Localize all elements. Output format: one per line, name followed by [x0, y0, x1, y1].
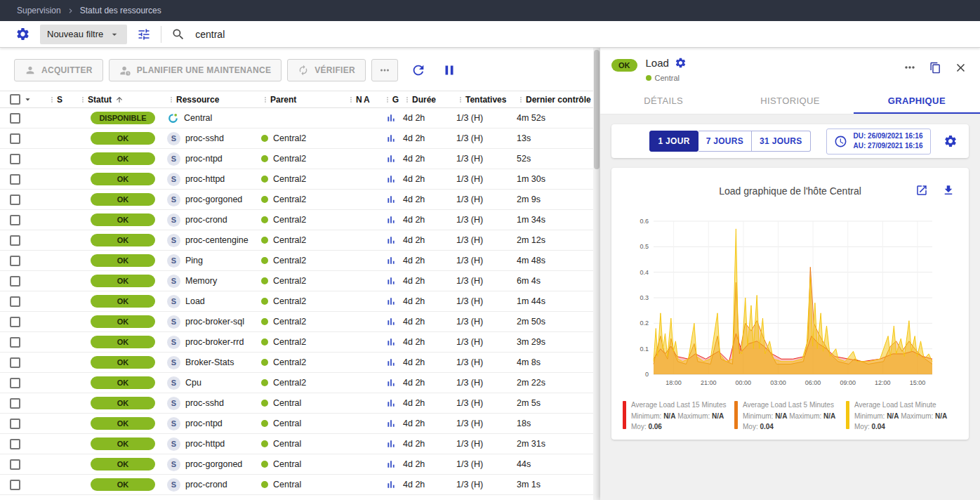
table-row[interactable]: OK S Broker-Stats Central2	[0, 353, 593, 373]
drag-handle-icon[interactable]	[347, 96, 355, 104]
row-checkbox[interactable]	[10, 174, 20, 185]
table-row[interactable]: OK S Memory Central2	[0, 271, 593, 291]
copy-link-icon[interactable]	[929, 62, 941, 74]
row-checkbox[interactable]	[10, 480, 20, 490]
more-actions-button[interactable]	[371, 59, 398, 81]
table-row[interactable]: OK S proc-crond Central	[0, 475, 593, 495]
row-checkbox[interactable]	[10, 296, 20, 307]
tab-details[interactable]: DÉTAILS	[600, 86, 727, 114]
graph-icon[interactable]	[385, 397, 397, 409]
acknowledge-button[interactable]: ACQUITTER	[14, 59, 103, 81]
row-checkbox[interactable]	[10, 419, 20, 429]
advanced-filters-icon[interactable]	[137, 27, 151, 41]
graph-icon[interactable]	[385, 296, 397, 307]
row-checkbox[interactable]	[10, 276, 20, 287]
graph-icon[interactable]	[385, 316, 397, 327]
graph-icon[interactable]	[385, 235, 397, 246]
row-checkbox[interactable]	[10, 195, 20, 205]
column-header-duration[interactable]: Durée	[403, 95, 456, 105]
column-header-status[interactable]: Statut	[79, 95, 167, 105]
drag-handle-icon[interactable]	[261, 96, 270, 104]
legend-item[interactable]: Average Load Last 15 MinutesMinimum: N/A…	[623, 400, 734, 433]
row-checkbox[interactable]	[10, 439, 20, 449]
table-row[interactable]: OK S proc-centengine Central2	[0, 230, 593, 251]
row-checkbox[interactable]	[10, 337, 20, 348]
column-header-tries[interactable]: Tentatives	[456, 95, 517, 105]
breadcrumb-section[interactable]: Supervision	[17, 6, 61, 15]
set-downtime-button[interactable]: PLANIFIER UNE MAINTENANCE	[109, 59, 282, 81]
drag-handle-icon[interactable]	[517, 96, 525, 104]
resource-settings-gear-icon[interactable]	[675, 57, 687, 69]
table-row[interactable]: OK S proc-sshd Central	[0, 393, 593, 414]
row-checkbox[interactable]	[10, 256, 20, 266]
date-range-picker[interactable]: DU: 26/09/2021 16:16 AU: 27/09/2021 16:1…	[826, 129, 931, 154]
table-row[interactable]: OK S proc-ntpd Central	[0, 414, 593, 434]
pause-autorefresh-button[interactable]	[439, 60, 460, 81]
filter-preset-dropdown[interactable]: Nouveau filtre	[40, 25, 127, 44]
graph-icon[interactable]	[385, 357, 397, 368]
search-input[interactable]	[195, 29, 490, 40]
column-header-last-check[interactable]: Dernier contrôle	[517, 95, 593, 105]
graph-icon[interactable]	[385, 255, 397, 266]
row-checkbox[interactable]	[10, 154, 20, 164]
table-row[interactable]: OK S Cpu Central2	[0, 373, 593, 393]
row-checkbox[interactable]	[10, 459, 20, 470]
panel-more-icon[interactable]	[903, 60, 917, 74]
table-row[interactable]: OK S proc-httpd Central	[0, 434, 593, 454]
graph-icon[interactable]	[385, 133, 397, 144]
tab-history[interactable]: HISTORIQUE	[727, 86, 853, 114]
select-all-checkbox[interactable]	[10, 94, 20, 105]
close-panel-icon[interactable]	[954, 61, 967, 74]
legend-item[interactable]: Average Load Last MinuteMinimum: N/A Max…	[846, 400, 958, 433]
table-row[interactable]: OK S proc-sshd Central2	[0, 129, 593, 149]
range-31-days-button[interactable]: 31 JOURS	[752, 131, 810, 152]
table-row[interactable]: OK S Load Central2	[0, 291, 593, 312]
row-checkbox[interactable]	[10, 235, 20, 246]
graph-icon[interactable]	[385, 275, 397, 287]
drag-handle-icon[interactable]	[48, 96, 56, 104]
drag-handle-icon[interactable]	[79, 96, 87, 104]
column-header-severity[interactable]: S	[34, 95, 79, 105]
row-checkbox[interactable]	[10, 378, 20, 388]
table-row[interactable]: OK S proc-broker-sql Central2	[0, 312, 593, 332]
graph-icon[interactable]	[385, 153, 397, 164]
graph-icon[interactable]	[385, 418, 397, 429]
download-icon[interactable]	[942, 184, 955, 197]
refresh-button[interactable]	[408, 60, 429, 81]
column-header-acknowledged[interactable]: A	[364, 95, 379, 105]
table-row[interactable]: OK S proc-gorgoned Central	[0, 454, 593, 475]
table-row[interactable]: DISPONIBLE S Central	[0, 108, 593, 129]
row-checkbox[interactable]	[10, 133, 20, 144]
table-row[interactable]: OK S proc-gorgoned Central2	[0, 190, 593, 210]
table-row[interactable]: OK S proc-httpd Central2	[0, 169, 593, 190]
drag-handle-icon[interactable]	[403, 96, 411, 104]
column-header-resource[interactable]: Ressource	[167, 95, 261, 105]
open-in-new-icon[interactable]	[915, 184, 928, 197]
column-header-graph[interactable]: G	[379, 95, 403, 105]
drag-handle-icon[interactable]	[167, 96, 176, 104]
row-checkbox[interactable]	[10, 215, 20, 225]
drag-handle-icon[interactable]	[383, 96, 392, 104]
row-checkbox[interactable]	[10, 357, 20, 368]
row-checkbox[interactable]	[10, 113, 20, 124]
range-1-day-button[interactable]: 1 JOUR	[649, 131, 698, 152]
column-header-notifications[interactable]: N	[347, 95, 364, 105]
graph-icon[interactable]	[385, 459, 397, 470]
row-checkbox[interactable]	[10, 317, 20, 327]
graph-icon[interactable]	[385, 214, 397, 225]
table-row[interactable]: OK S proc-ntpd Central2	[0, 149, 593, 169]
graph-icon[interactable]	[385, 377, 397, 388]
table-scrollbar[interactable]	[593, 48, 600, 500]
graph-icon[interactable]	[385, 438, 397, 449]
filter-settings-gear-icon[interactable]	[15, 27, 30, 41]
graph-icon[interactable]	[385, 479, 397, 490]
drag-handle-icon[interactable]	[456, 96, 465, 104]
selection-menu-caret-icon[interactable]	[22, 94, 33, 105]
graph-settings-gear-icon[interactable]	[943, 134, 958, 148]
graph-icon[interactable]	[385, 336, 397, 348]
scrollbar-thumb[interactable]	[594, 50, 600, 169]
table-row[interactable]: OK S proc-broker-rrd Central2	[0, 332, 593, 353]
graph-icon[interactable]	[385, 173, 397, 185]
check-button[interactable]: VÉRIFIER	[287, 59, 366, 81]
column-header-parent[interactable]: Parent	[261, 95, 347, 105]
